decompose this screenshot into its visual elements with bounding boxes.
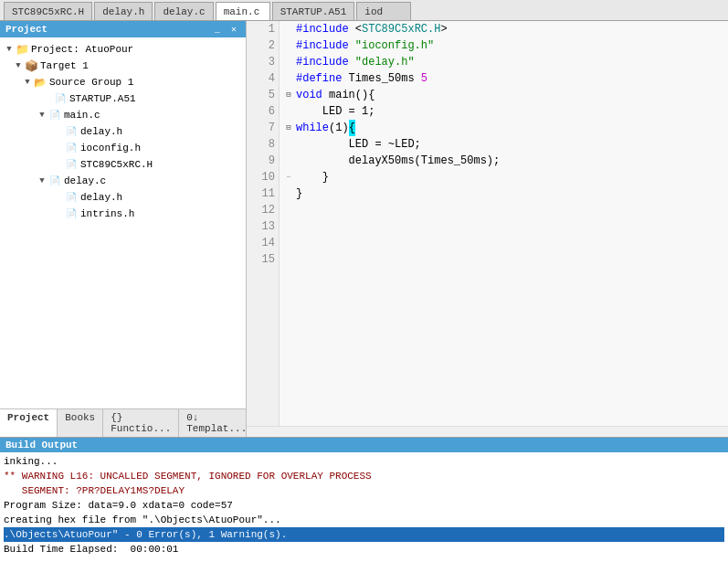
code-container[interactable]: 1 2 3 4 5 6 7 8 9 10 11 12 13 14 15 [247, 21, 728, 426]
panel-minimize-button[interactable]: _ [211, 23, 224, 36]
line-num-9: 9 [247, 153, 279, 169]
main-c-icon: 📄 [47, 108, 62, 122]
fold-13: – [283, 169, 294, 186]
build-line-5: creating hex file from ".\Objects\AtuoPo… [4, 513, 724, 527]
code-line-1: #include <STC89C5xRC.H> [283, 21, 728, 37]
tree-item-startup[interactable]: 📄 STARTUP.A51 [0, 90, 246, 107]
kw-include-1: #include [296, 21, 349, 37]
tree-item-target[interactable]: ▼ 📦 Target 1 [0, 58, 246, 74]
code-line-11: LED = ~LED; [283, 136, 728, 153]
tree-item-project[interactable]: ▼ 📁 Project: AtuoPour [0, 41, 246, 58]
toggle-project[interactable]: ▼ [4, 45, 15, 54]
line-num-11: 11 [247, 186, 279, 202]
left-tab-books[interactable]: Books [58, 409, 103, 437]
tab-delay-c-label: delay.c [163, 6, 205, 17]
source-group-icon: 📂 [33, 75, 47, 90]
left-tab-templates[interactable]: 0↓ Templat... [179, 409, 247, 437]
line-num-15: 15 [247, 251, 279, 268]
kw-void-8: void [296, 87, 322, 103]
line-num-10: 10 [247, 169, 279, 186]
line-num-5: 5 [247, 87, 279, 103]
main-area: Project _ ✕ ▼ 📁 Project: AtuoPour ▼ 📦 Ta… [0, 21, 728, 437]
code-line-13: – } [283, 169, 728, 186]
build-line-2: ** WARNING L16: UNCALLED SEGMENT, IGNORE… [4, 469, 724, 483]
tab-main-c[interactable]: main.c [216, 2, 270, 20]
panel-title-bar: Project _ ✕ [0, 21, 246, 37]
build-output-content[interactable]: inking... ** WARNING L16: UNCALLED SEGME… [0, 452, 728, 583]
tab-stc89[interactable]: STC89C5xRC.H [4, 2, 92, 20]
tab-startup-label: STARTUP.A51 [280, 6, 347, 17]
target-icon: 📦 [24, 58, 38, 73]
tree-item-main-c[interactable]: ▼ 📄 main.c [0, 107, 246, 123]
project-tree: ▼ 📁 Project: AtuoPour ▼ 📦 Target 1 ▼ 📂 S… [0, 37, 246, 408]
tab-main-c-label: main.c [224, 6, 260, 17]
code-content[interactable]: #include <STC89C5xRC.H> #include "ioconf… [280, 21, 728, 426]
stc89-h-label: STC89C5xRC.H [80, 159, 153, 170]
line-num-1: 1 [247, 21, 279, 37]
line-num-12: 12 [247, 202, 279, 218]
line-num-13: 13 [247, 218, 279, 235]
tree-item-delay-c[interactable]: ▼ 📄 delay.c [0, 173, 246, 189]
line-numbers: 1 2 3 4 5 6 7 8 9 10 11 12 13 14 15 [247, 21, 280, 426]
tree-item-delay-h[interactable]: 📄 delay.h [0, 123, 246, 140]
tree-item-intrins-h[interactable]: 📄 intrins.h [0, 206, 246, 222]
left-panel: Project _ ✕ ▼ 📁 Project: AtuoPour ▼ 📦 Ta… [0, 21, 247, 437]
tab-iod[interactable]: iod [356, 2, 411, 20]
intrins-icon: 📄 [64, 207, 79, 221]
code-line-12: delayX50ms(Times_50ms); [283, 153, 728, 169]
code-line-7: #define Times_50ms 5 [283, 70, 728, 87]
kw-define-7: #define [296, 70, 342, 87]
horizontal-scrollbar[interactable] [247, 426, 728, 437]
tab-delay-c[interactable]: delay.c [154, 2, 213, 20]
code-line-10: ⊟ while(1){ [283, 120, 728, 136]
left-bottom-tabs: Project Books {} Functio... 0↓ Templat..… [0, 408, 246, 437]
editor-area: 1 2 3 4 5 6 7 8 9 10 11 12 13 14 15 [247, 21, 728, 437]
toggle-target[interactable]: ▼ [13, 61, 24, 70]
line-num-8: 8 [247, 136, 279, 153]
fold-8[interactable]: ⊟ [283, 87, 294, 103]
build-panel: Build Output inking... ** WARNING L16: U… [0, 437, 728, 583]
brace-open-10: { [349, 120, 355, 136]
left-tab-project[interactable]: Project [0, 409, 58, 437]
tree-item-ioconfig-h[interactable]: 📄 ioconfig.h [0, 140, 246, 156]
delay-c-icon: 📄 [47, 174, 62, 188]
panel-title-label: Project [5, 24, 47, 35]
delay-h2-label: delay.h [80, 192, 122, 203]
left-tab-functions[interactable]: {} Functio... [103, 409, 179, 437]
tree-item-stc89-h[interactable]: 📄 STC89C5xRC.H [0, 156, 246, 173]
tree-item-delay-h2[interactable]: 📄 delay.h [0, 189, 246, 206]
fold-10[interactable]: ⊟ [283, 120, 294, 136]
source-group-label: Source Group 1 [49, 77, 133, 88]
stc89-icon: 📄 [64, 157, 79, 172]
code-line-5: #include "delay.h" [283, 54, 728, 70]
panel-close-button[interactable]: ✕ [227, 23, 240, 36]
delay-c-label: delay.c [64, 175, 106, 186]
kw-include-3: #include [296, 37, 349, 54]
target-label: Target 1 [40, 60, 89, 71]
tab-stc89-label: STC89C5xRC.H [12, 6, 84, 17]
build-line-7: Build Time Elapsed: 00:00:01 [4, 542, 724, 556]
macro-val-7: 5 [421, 70, 427, 87]
build-title-label: Build Output [5, 440, 78, 450]
ioconfig-label: ioconfig.h [80, 143, 141, 154]
build-line-4: Program Size: data=9.0 xdata=0 code=57 [4, 498, 724, 513]
tab-delay-h[interactable]: delay.h [94, 2, 153, 20]
project-icon: 📁 [15, 42, 29, 57]
build-line-3: SEGMENT: ?PR?DELAY1MS?DELAY [4, 483, 724, 498]
toggle-delay-c[interactable]: ▼ [37, 176, 47, 186]
line-num-2: 2 [247, 37, 279, 54]
delay-h-label: delay.h [80, 126, 122, 137]
build-line-1: inking... [4, 454, 724, 469]
ioconfig-icon: 📄 [64, 141, 79, 155]
panel-title-icons: _ ✕ [211, 23, 240, 36]
line-num-4: 4 [247, 70, 279, 87]
toggle-main-c[interactable]: ▼ [37, 111, 47, 120]
code-line-8: ⊟ void main(){ [283, 87, 728, 103]
tab-startup[interactable]: STARTUP.A51 [272, 2, 355, 20]
toggle-source-group[interactable]: ▼ [22, 78, 33, 87]
tree-item-source-group[interactable]: ▼ 📂 Source Group 1 [0, 74, 246, 90]
tab-bar: STC89C5xRC.H delay.h delay.c main.c STAR… [0, 0, 728, 21]
delay-h-icon: 📄 [64, 124, 79, 139]
startup-icon: 📄 [53, 91, 68, 106]
delay-h2-icon: 📄 [64, 190, 79, 205]
